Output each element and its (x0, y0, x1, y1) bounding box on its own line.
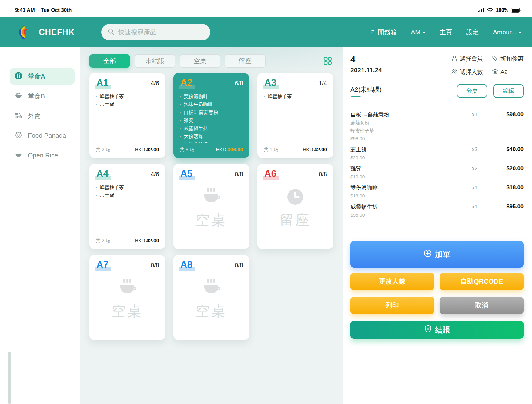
item-price: $40.00 (493, 146, 524, 153)
item-name: 威靈頓牛扒 (350, 203, 472, 210)
order-preview-item: 大份薯條 (179, 133, 243, 141)
table-item-count: 共 2 項 (95, 238, 111, 244)
table-total: HKD42.00 (303, 147, 327, 153)
sidebar-item-label: 外賣 (28, 112, 41, 120)
select-member-link[interactable]: 選擇會員 (451, 55, 483, 63)
item-unit-price: $10.00 (350, 173, 472, 180)
battery-icon (511, 8, 521, 13)
nav-settings[interactable]: 設定 (466, 28, 479, 36)
clock-time: 9:41 AM (15, 7, 35, 13)
split-table-button[interactable]: 分桌 (457, 84, 487, 98)
table-id: A3 (263, 78, 279, 89)
sidebar-item-food-panada[interactable]: Food Panada (10, 127, 75, 144)
coffee-cup-icon (200, 187, 223, 208)
chevron-down-icon (519, 32, 522, 34)
item-price: $95.00 (493, 203, 524, 210)
item-qty: x1 (472, 185, 493, 191)
sidebar: 堂食A 堂食B 外賣 Food Panada Open Rice (0, 47, 80, 404)
discount-link[interactable]: 折扣優惠 (492, 55, 524, 63)
table-id: A2 (179, 78, 195, 89)
tab-unpaid[interactable]: 未結賬 (135, 54, 175, 68)
item-price: $18.00 (493, 184, 524, 191)
table-card-a1[interactable]: A1 4/6 蜂蜜柚子茶 吉士蛋 共 2 項 HKD42.00 (89, 73, 165, 158)
sidebar-item-open-rice[interactable]: Open Rice (10, 147, 75, 163)
item-price: $20.00 (493, 165, 524, 172)
table-card-a6[interactable]: A6 0/8 留座 (257, 164, 333, 249)
order-preview-item: 威靈頓牛扒 (179, 125, 243, 133)
item-name: 芝士餅 (350, 146, 472, 153)
table-order-preview: 蜂蜜柚子茶 吉士蛋 (89, 91, 165, 109)
item-unit-price: $98.00 (350, 135, 472, 142)
order-preview-item: 吉士蛋 (95, 191, 159, 200)
nav-user-dropdown[interactable]: Amour... (493, 29, 522, 36)
table-occupancy: 4/6 (151, 171, 159, 178)
sidebar-scrollbar[interactable] (8, 352, 11, 404)
sidebar-item-dine-in-b[interactable]: 堂食B (10, 88, 75, 104)
table-tag-link[interactable]: A2 (492, 68, 524, 76)
table-total: HKD42.00 (135, 238, 159, 244)
checkout-button[interactable]: 結賬 (350, 321, 524, 339)
order-preview-item: 雙份濃咖啡 (179, 93, 243, 101)
table-occupancy: 0/8 (319, 171, 327, 178)
table-card-a8[interactable]: A8 0/8 空桌 (173, 255, 249, 340)
nav-open-cash-drawer[interactable]: 打開錢箱 (371, 28, 397, 36)
panda-icon (15, 131, 22, 140)
table-card-a7[interactable]: A7 0/8 空桌 (89, 255, 165, 340)
change-people-button[interactable]: 更改人數 (350, 273, 434, 290)
tab-reserved[interactable]: 留座 (225, 54, 266, 68)
table-occupancy: 4/6 (151, 80, 159, 87)
order-item-row[interactable]: 雞翼 $10.00 x2 $20.00 (350, 165, 524, 180)
table-total: HKD306.00 (216, 147, 243, 153)
table-card-a2-selected[interactable]: A2 6/8 雙份濃咖啡 泡沫牛奶咖啡 自板1–蘑菇意粉 雞翼 威靈頓牛扒 大份… (173, 73, 249, 158)
order-item-row[interactable]: 芝士餅 $20.00 x2 $40.00 (350, 146, 524, 161)
sidebar-item-label: Food Panada (28, 132, 66, 139)
order-date: 2021.11.24 (350, 66, 382, 74)
order-quick-links: 選擇會員 折扣優惠 選擇人數 A2 (451, 55, 524, 76)
delivery-scooter-icon (15, 111, 22, 121)
table-card-a3[interactable]: A3 1/4 蜂蜜柚子茶 共 1 項 HKD42.00 (257, 73, 333, 158)
layout-grid-icon[interactable] (323, 56, 332, 66)
item-name: 雙份濃咖啡 (350, 184, 472, 191)
self-qrcode-button[interactable]: 自助QRCODE (440, 273, 524, 290)
chevron-down-icon (423, 32, 426, 34)
tab-all[interactable]: 全部 (89, 54, 130, 68)
table-card-a5[interactable]: A5 0/8 空桌 (173, 164, 249, 249)
discount-tag-icon (492, 55, 498, 63)
edit-order-button[interactable]: 編輯 (493, 84, 524, 98)
table-occupancy: 0/8 (235, 171, 243, 178)
clock-icon (286, 187, 305, 208)
select-people-link[interactable]: 選擇人數 (451, 68, 483, 76)
search-input[interactable] (118, 29, 204, 36)
table-order-preview: 蜂蜜柚子茶 吉士蛋 (89, 182, 165, 200)
order-actions: 加單 更改人數 自助QRCODE 列印 取消 結賬 (350, 241, 524, 404)
order-item-row[interactable]: 自板1–蘑菇意粉 蘑菇意粉 蜂蜜柚子茶 $98.00 x1 $98.00 (350, 111, 524, 142)
order-item-row[interactable]: 威靈頓牛扒 $95.00 x1 $95.00 (350, 203, 524, 218)
item-modifier: 蜂蜜柚子茶 (350, 127, 472, 134)
item-modifier: 蘑菇意粉 (350, 119, 472, 126)
header-nav: 打開錢箱 AM 主頁 設定 Amour... (371, 28, 522, 36)
item-name: 自板1–蘑菇意粉 (350, 111, 472, 118)
app-header: CHEFHK 打開錢箱 AM 主頁 設定 Amour... (0, 17, 532, 47)
table-id: A8 (179, 260, 195, 271)
reserved-table-label: 留座 (279, 211, 311, 230)
print-button[interactable]: 列印 (350, 297, 434, 314)
nav-home[interactable]: 主頁 (440, 28, 452, 36)
sidebar-item-dine-in-a[interactable]: 堂食A (10, 68, 75, 85)
empty-table-label: 空桌 (196, 211, 227, 230)
brand-name: CHEFHK (39, 28, 75, 37)
plus-circle-icon (423, 249, 432, 260)
tab-empty[interactable]: 空桌 (180, 54, 220, 68)
table-order-preview: 雙份濃咖啡 泡沫牛奶咖啡 自板1–蘑菇意粉 雞翼 威靈頓牛扒 大份薯條 奶汁蘑菇… (173, 91, 249, 143)
empty-table-placeholder: 空桌 (89, 278, 165, 321)
nav-am-dropdown[interactable]: AM (411, 29, 426, 36)
order-preview-item: 自板1–蘑菇意粉 (179, 109, 243, 117)
table-card-a4[interactable]: A4 4/6 蜂蜜柚子茶 吉士蛋 共 2 項 HKD42.00 (89, 164, 165, 249)
status-bar: 9:41 AM Tue Oct 30th 100% (0, 0, 532, 17)
cancel-button[interactable]: 取消 (440, 297, 524, 314)
add-order-button[interactable]: 加單 (350, 241, 524, 268)
clock-date: Tue Oct 30th (41, 7, 72, 13)
order-item-row[interactable]: 雙份濃咖啡 $18.00 x1 $18.00 (350, 184, 524, 199)
product-search[interactable] (101, 24, 210, 40)
empty-table-placeholder: 空桌 (173, 187, 249, 230)
sidebar-item-takeaway[interactable]: 外賣 (10, 108, 75, 124)
